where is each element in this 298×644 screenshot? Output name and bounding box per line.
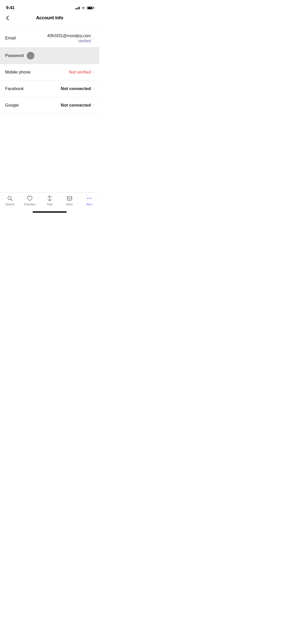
battery-icon bbox=[87, 6, 93, 9]
password-chevron-icon: › bbox=[93, 53, 94, 58]
svg-point-3 bbox=[89, 198, 90, 199]
email-value-container: 40fc5f31@moodjoy.com Verified bbox=[47, 34, 91, 43]
password-left: Password bbox=[5, 52, 34, 60]
signal-icon bbox=[75, 6, 80, 9]
svg-rect-1 bbox=[67, 197, 72, 200]
tab-favorites-label: Favorites bbox=[24, 203, 35, 206]
password-dot-icon bbox=[27, 52, 34, 60]
facebook-right: Not connected › bbox=[61, 86, 94, 91]
mobile-phone-row[interactable]: Mobile phone Not verified › bbox=[0, 64, 99, 80]
facebook-label: Facebook bbox=[5, 86, 24, 91]
status-bar: 9:41 bbox=[0, 0, 99, 12]
email-verified-badge: Verified bbox=[78, 39, 91, 43]
google-chevron-icon: › bbox=[93, 103, 94, 108]
mobile-phone-right: Not verified › bbox=[69, 70, 94, 75]
back-arrow-icon bbox=[6, 16, 9, 20]
password-label: Password bbox=[5, 53, 24, 58]
password-row[interactable]: Password › bbox=[0, 48, 99, 64]
back-button[interactable] bbox=[5, 14, 10, 21]
email-chevron-icon: › bbox=[93, 36, 94, 40]
email-right: 40fc5f31@moodjoy.com Verified › bbox=[47, 34, 94, 43]
more-dots-icon bbox=[86, 195, 93, 202]
google-right: Not connected › bbox=[61, 103, 94, 108]
divider-5 bbox=[0, 113, 99, 114]
tab-more-label: More bbox=[86, 203, 93, 206]
mobile-phone-label: Mobile phone bbox=[5, 70, 31, 75]
tab-trips[interactable]: Trips bbox=[40, 195, 60, 206]
status-time: 9:41 bbox=[6, 5, 15, 10]
tab-more[interactable]: More bbox=[79, 195, 99, 206]
facebook-status: Not connected bbox=[61, 86, 91, 91]
svg-point-4 bbox=[91, 198, 92, 199]
svg-point-2 bbox=[87, 198, 88, 199]
heart-icon bbox=[26, 195, 33, 202]
search-icon bbox=[7, 195, 13, 202]
email-address: 40fc5f31@moodjoy.com bbox=[47, 34, 91, 38]
mobile-phone-chevron-icon: › bbox=[93, 70, 94, 75]
wifi-icon bbox=[81, 6, 85, 9]
facebook-chevron-icon: › bbox=[93, 86, 94, 91]
google-row[interactable]: Google Not connected › bbox=[0, 97, 99, 113]
facebook-row[interactable]: Facebook Not connected › bbox=[0, 81, 99, 97]
email-label: Email bbox=[5, 36, 16, 41]
status-icons bbox=[75, 6, 93, 9]
inbox-icon bbox=[66, 195, 73, 202]
trips-icon bbox=[46, 195, 53, 202]
email-row[interactable]: Email 40fc5f31@moodjoy.com Verified › bbox=[0, 29, 99, 47]
nav-header: Account info bbox=[0, 12, 99, 25]
tab-search-label: Search bbox=[6, 203, 14, 206]
tab-trips-label: Trips bbox=[47, 203, 53, 206]
tab-inbox[interactable]: Inbox bbox=[60, 195, 79, 206]
tab-favorites[interactable]: Favorites bbox=[20, 195, 40, 206]
google-label: Google bbox=[5, 103, 19, 108]
mobile-phone-status: Not verified bbox=[69, 70, 91, 75]
tab-inbox-label: Inbox bbox=[66, 203, 73, 206]
google-status: Not connected bbox=[61, 103, 91, 108]
account-list: Email 40fc5f31@moodjoy.com Verified › Pa… bbox=[0, 29, 99, 114]
page-title: Account info bbox=[36, 15, 63, 21]
home-indicator bbox=[33, 211, 67, 213]
tab-search[interactable]: Search bbox=[0, 195, 20, 206]
